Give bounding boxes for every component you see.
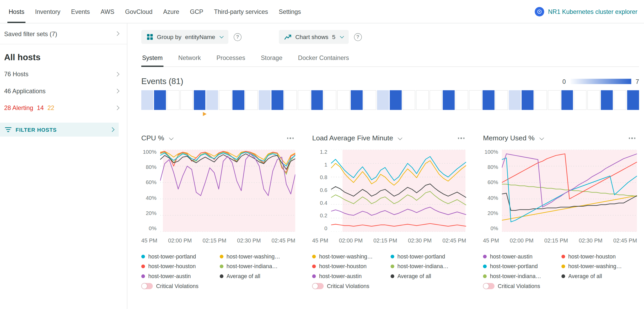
heat-cell[interactable] [509, 90, 521, 110]
heat-cell[interactable] [443, 90, 455, 110]
hosts-row[interactable]: 76 Hosts [0, 66, 127, 82]
heat-cell[interactable] [180, 90, 193, 110]
heat-cell[interactable] [416, 90, 428, 110]
heat-cell[interactable] [233, 90, 244, 110]
critical-violations-toggle[interactable]: Critical Violations [312, 283, 388, 289]
heat-cell[interactable] [627, 90, 639, 110]
critical-violations-toggle[interactable]: Critical Violations [141, 283, 217, 289]
y-tick-label: 80% [487, 164, 498, 170]
legend-item-host-tower-indiana[interactable]: host-tower-indiana… [390, 263, 466, 269]
heat-cell[interactable] [298, 90, 310, 110]
heat-cell[interactable] [154, 90, 166, 110]
help-icon[interactable]: ? [234, 33, 242, 41]
chevron-down-icon[interactable] [539, 135, 544, 140]
heat-cell[interactable] [495, 90, 508, 110]
applications-row[interactable]: 46 Applications [0, 82, 127, 99]
heat-cell[interactable] [561, 90, 573, 110]
nav-item-aws[interactable]: AWS [95, 0, 120, 23]
heat-cell[interactable] [363, 90, 376, 110]
legend-item-host-tower-austin[interactable]: host-tower-austin [141, 273, 217, 279]
nav-item-events[interactable]: Events [66, 0, 95, 23]
legend-item-host-tower-houston[interactable]: host-tower-houston [561, 253, 637, 260]
tab-network[interactable]: Network [178, 50, 202, 67]
heat-cell[interactable] [548, 90, 560, 110]
tab-processes[interactable]: Processes [216, 50, 246, 67]
group-by-dropdown[interactable]: Group by entityName [141, 30, 228, 44]
chart-shows-dropdown[interactable]: Chart shows 5 [279, 30, 349, 44]
nav-item-gcp[interactable]: GCP [185, 0, 209, 23]
heat-cell[interactable] [574, 90, 587, 110]
heat-cell[interactable] [219, 90, 232, 110]
nav-item-third-party-services[interactable]: Third-party services [209, 0, 273, 23]
legend-item-average-of-all[interactable]: Average of all [219, 273, 295, 279]
legend-label: host-tower-indiana… [227, 263, 278, 269]
legend-item-host-tower-houston[interactable]: host-tower-houston [141, 263, 217, 269]
x-tick-label: 02:30 PM [579, 238, 603, 244]
legend-item-host-tower-austin[interactable]: host-tower-austin [483, 253, 559, 260]
help-icon[interactable]: ? [354, 33, 362, 41]
chart-plot[interactable] [160, 150, 295, 232]
heat-cell[interactable] [337, 90, 350, 110]
nav-item-govcloud[interactable]: GovCloud [120, 0, 158, 23]
series-color-dot [312, 255, 316, 258]
heat-cell[interactable] [284, 90, 297, 110]
more-options-icon[interactable] [286, 137, 294, 139]
playhead-marker[interactable] [203, 112, 207, 116]
tab-system[interactable]: System [141, 50, 164, 67]
heat-cell[interactable] [430, 90, 442, 110]
heat-cell[interactable] [390, 90, 401, 110]
saved-filter-sets-row[interactable]: Saved filter sets (7) [0, 23, 127, 44]
nav-item-hosts[interactable]: Hosts [3, 0, 30, 23]
heat-cell[interactable] [245, 90, 258, 110]
heat-cell[interactable] [534, 90, 547, 110]
nav-item-settings[interactable]: Settings [273, 0, 307, 23]
heat-cell[interactable] [259, 90, 271, 110]
legend-item-host-tower-austin[interactable]: host-tower-austin [312, 273, 388, 279]
heat-cell[interactable] [456, 90, 468, 110]
chevron-down-icon[interactable] [169, 135, 174, 140]
nav-item-inventory[interactable]: Inventory [30, 0, 66, 23]
legend-item-average-of-all[interactable]: Average of all [561, 273, 637, 279]
legend-item-average-of-all[interactable]: Average of all [390, 273, 466, 279]
chart-canvas[interactable] [160, 150, 295, 232]
more-options-icon[interactable] [457, 137, 465, 139]
heat-cell[interactable] [469, 90, 482, 110]
heat-cell[interactable] [194, 90, 206, 110]
heat-cell[interactable] [311, 90, 323, 110]
chart-plot[interactable] [502, 150, 637, 232]
heat-cell[interactable] [483, 90, 495, 110]
legend-item-host-tower-portland[interactable]: host-tower-portland [483, 263, 559, 269]
chart-canvas[interactable] [502, 150, 637, 232]
heat-cell[interactable] [614, 90, 626, 110]
heat-cell[interactable] [351, 90, 363, 110]
heat-cell[interactable] [271, 90, 283, 110]
heat-cell[interactable] [601, 90, 613, 110]
legend-item-host-tower-washing[interactable]: host-tower-washing… [312, 253, 388, 260]
legend-item-host-tower-portland[interactable]: host-tower-portland [390, 253, 466, 260]
legend-item-host-tower-washing[interactable]: host-tower-washing… [561, 263, 637, 269]
legend-item-host-tower-washing[interactable]: host-tower-washing… [219, 253, 295, 260]
legend-item-host-tower-indiana[interactable]: host-tower-indiana… [219, 263, 295, 269]
legend-item-host-tower-indiana[interactable]: host-tower-indiana… [483, 273, 559, 279]
heat-cell[interactable] [324, 90, 336, 110]
filter-hosts-button[interactable]: FILTER HOSTS [0, 123, 119, 136]
heat-cell[interactable] [402, 90, 415, 110]
heat-cell[interactable] [206, 90, 218, 110]
legend-item-host-tower-houston[interactable]: host-tower-houston [312, 263, 388, 269]
k8s-cluster-explorer-link[interactable]: NR1 Kubernetes cluster explorer [535, 7, 637, 16]
heat-cell[interactable] [587, 90, 600, 110]
more-options-icon[interactable] [627, 137, 636, 139]
heat-cell[interactable] [167, 90, 179, 110]
legend-item-host-tower-portland[interactable]: host-tower-portland [141, 253, 217, 260]
tab-docker-containers[interactable]: Docker Containers [297, 50, 350, 67]
chart-plot[interactable] [331, 150, 466, 232]
critical-violations-toggle[interactable]: Critical Violations [483, 283, 559, 289]
heat-cell[interactable] [377, 90, 389, 110]
heat-cell[interactable] [522, 90, 533, 110]
chart-canvas[interactable] [331, 150, 466, 232]
nav-item-azure[interactable]: Azure [158, 0, 185, 23]
heat-cell[interactable] [141, 90, 153, 110]
tab-storage[interactable]: Storage [260, 50, 283, 67]
alerting-row[interactable]: 28 Alerting 14 22 [0, 99, 127, 116]
chevron-down-icon[interactable] [398, 135, 402, 140]
